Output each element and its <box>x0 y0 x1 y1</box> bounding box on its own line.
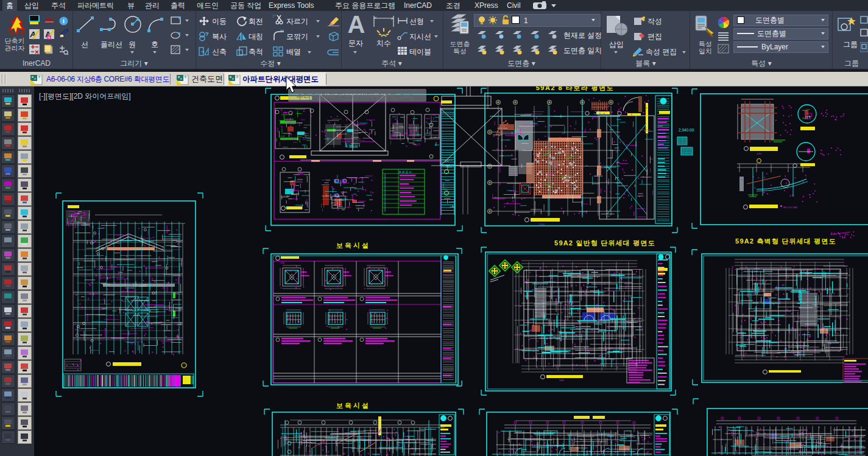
svg-text:4,380.00: 4,380.00 <box>346 144 358 148</box>
svg-text:주타리!아파트단위세대평면도.dwg: 주타리!아파트단위세대평면도.dwg <box>296 92 413 100</box>
svg-text:2,940.00: 2,940.00 <box>679 128 694 132</box>
svg-text:i: i <box>63 18 65 24</box>
svg-text:A3 1:20 CAD: A3 1:20 CAD <box>783 206 797 209</box>
svg-text:59A2 8 타보라 평면도: 59A2 8 타보라 평면도 <box>536 86 615 91</box>
svg-text:보육시설: 보육시설 <box>336 402 370 409</box>
svg-text:59A2 일반형 단위세대 평면도: 59A2 일반형 단위세대 평면도 <box>554 239 655 247</box>
svg-text:1/30: 1/30 <box>280 262 284 264</box>
svg-text:1/100: 1/100 <box>538 223 545 226</box>
svg-text:1/30: 1/30 <box>757 152 762 155</box>
svg-text:보육시설: 보육시설 <box>336 242 370 249</box>
svg-text:1/60: 1/60 <box>559 379 565 382</box>
svg-text:59A2 측벽형 단위세대 평면도: 59A2 측벽형 단위세대 평면도 <box>735 237 836 245</box>
